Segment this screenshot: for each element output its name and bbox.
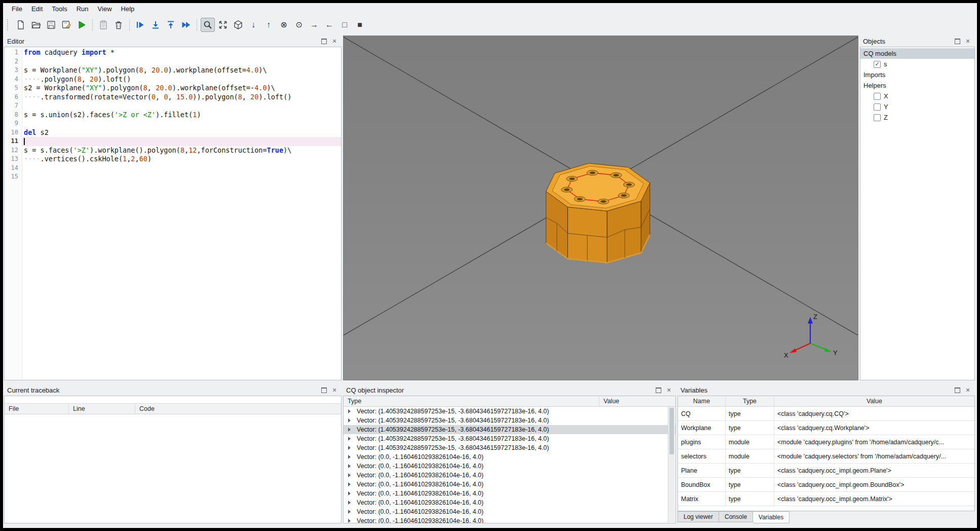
new-file-button[interactable] [14, 18, 28, 32]
expander-icon[interactable] [348, 455, 353, 459]
variable-row-cq[interactable]: CQtype<class 'cadquery.cq.CQ'> [678, 407, 974, 421]
tree-item-s[interactable]: ✓s [860, 59, 974, 69]
view-back-button[interactable]: ⊙ [292, 18, 306, 32]
inspector-row[interactable]: Vector: (1.4053924288597253e-15, -3.6804… [344, 443, 675, 452]
float-panel-icon[interactable] [953, 38, 961, 45]
variable-value: <class 'cadquery.occ_impl.geom.Matrix'> [774, 492, 974, 506]
expander-icon[interactable] [348, 510, 353, 514]
expander-icon[interactable] [348, 464, 353, 468]
save-as-button[interactable] [59, 18, 73, 32]
menu-edit[interactable]: Edit [27, 3, 47, 15]
scrollbar-thumb[interactable] [669, 408, 674, 454]
inspector-row[interactable]: Vector: (0.0, -1.1604610293826104e-16, 4… [344, 452, 675, 462]
view-front-button[interactable]: ⊗ [277, 18, 291, 32]
iso-view-button[interactable] [231, 18, 245, 32]
view-top-button[interactable]: ↑ [261, 18, 276, 32]
expander-icon[interactable] [348, 482, 353, 486]
float-panel-icon[interactable] [654, 386, 662, 394]
save-button[interactable] [44, 18, 58, 32]
expander-icon[interactable] [348, 501, 353, 505]
expander-icon[interactable] [348, 473, 353, 477]
expander-icon[interactable] [348, 428, 353, 432]
line-number: 7 [5, 101, 22, 111]
step-button[interactable] [133, 18, 147, 32]
close-panel-icon[interactable]: × [665, 386, 673, 394]
view-left-button[interactable]: ← [322, 18, 336, 32]
wireframe-button[interactable]: □ [337, 18, 352, 32]
fit-view-button[interactable] [216, 18, 230, 32]
inspector-row[interactable]: Vector: (1.4053924288597253e-15, -3.6804… [344, 434, 675, 443]
variable-name: CQ [678, 407, 726, 421]
tree-item-x[interactable]: X [860, 91, 974, 101]
menu-view[interactable]: View [93, 3, 117, 15]
float-panel-icon[interactable] [953, 386, 961, 394]
menu-file[interactable]: File [7, 3, 27, 15]
inspector-scrollbar[interactable] [668, 407, 675, 522]
zoom-toggle-button[interactable] [201, 18, 215, 32]
run-button[interactable] [74, 18, 89, 32]
variable-row-plugins[interactable]: pluginsmodule<module 'cadquery.plugins' … [678, 435, 974, 449]
menu-run[interactable]: Run [72, 3, 93, 15]
expander-icon[interactable] [348, 437, 353, 441]
code-editor[interactable]: 1from cadquery import *23s = Workplane("… [4, 47, 342, 380]
tab-variables[interactable]: Variables [753, 511, 789, 523]
expander-icon[interactable] [348, 491, 353, 495]
inspector-row[interactable]: Vector: (1.4053924288597253e-15, -3.6804… [344, 425, 675, 434]
inspector-row[interactable]: Vector: (1.4053924288597253e-15, -3.6804… [344, 416, 675, 425]
checkbox-s[interactable]: ✓ [874, 61, 881, 68]
tab-log-viewer[interactable]: Log viewer [677, 511, 719, 522]
variable-row-plane[interactable]: Planetype<class 'cadquery.occ_impl.geom.… [678, 464, 974, 478]
inspector-row[interactable]: Vector: (0.0, -1.1604610293826104e-16, 4… [344, 462, 675, 471]
close-panel-icon[interactable]: × [330, 38, 338, 45]
expander-icon[interactable] [348, 519, 353, 523]
menu-help[interactable]: Help [117, 3, 139, 15]
float-panel-icon[interactable] [320, 386, 328, 394]
inspector-row[interactable]: Vector: (0.0, -1.1604610293826104e-16, 4… [344, 489, 675, 498]
shaded-button[interactable]: ■ [353, 18, 367, 32]
step-return-button[interactable] [164, 18, 178, 32]
traceback-panel-title: Current traceback [7, 386, 59, 394]
tree-item-z[interactable]: Z [860, 112, 974, 123]
viewport-3d[interactable]: X Y Z [343, 36, 858, 380]
variable-row-boundbox[interactable]: BoundBoxtype<class 'cadquery.occ_impl.ge… [678, 478, 974, 492]
cad-model[interactable] [546, 163, 650, 263]
tab-console[interactable]: Console [719, 511, 753, 522]
tree-item-helpers[interactable]: Helpers [860, 80, 974, 91]
variable-row-selectors[interactable]: selectorsmodule<module 'cadquery.selecto… [678, 449, 974, 464]
delete-button[interactable] [111, 18, 126, 32]
inspector-row[interactable]: Vector: (1.4053924288597253e-15, -3.6804… [344, 407, 675, 416]
inspector-row[interactable]: Vector: (0.0, -1.1604610293826104e-16, 4… [344, 480, 675, 489]
variable-row-matrix[interactable]: Matrixtype<class 'cadquery.occ_impl.geom… [678, 492, 974, 506]
tree-item-y[interactable]: Y [860, 101, 974, 112]
continue-button[interactable] [179, 18, 193, 32]
variable-row-workplane[interactable]: Workplanetype<class 'cadquery.cq.Workpla… [678, 421, 974, 435]
line-number: 4 [5, 75, 22, 84]
tree-item-cq-models[interactable]: CQ models [860, 48, 974, 59]
inspector-row[interactable]: Vector: (0.0, -1.1604610293826104e-16, 4… [344, 516, 675, 523]
toolbar-drag-handle[interactable] [7, 19, 11, 30]
inspector-row-text: Vector: (0.0, -1.1604610293826104e-16, 4… [357, 517, 483, 523]
menu-tools[interactable]: Tools [47, 3, 71, 15]
close-panel-icon[interactable]: × [330, 386, 338, 394]
close-panel-icon[interactable]: × [964, 38, 972, 45]
float-panel-icon[interactable] [320, 38, 328, 45]
close-panel-icon[interactable]: × [964, 386, 972, 394]
view-right-button[interactable]: → [307, 18, 321, 32]
checkbox-x[interactable] [874, 93, 881, 100]
inspector-row[interactable]: Vector: (0.0, -1.1604610293826104e-16, 4… [344, 507, 675, 516]
expander-icon[interactable] [348, 409, 353, 413]
variable-type: module [726, 435, 774, 449]
step-into-button[interactable] [148, 18, 163, 32]
tree-item-imports[interactable]: Imports [860, 69, 974, 80]
tree-item-label: CQ models [863, 50, 896, 57]
checkbox-z[interactable] [874, 114, 881, 121]
checkbox-y[interactable] [874, 103, 881, 111]
open-file-button[interactable] [29, 18, 43, 32]
expander-icon[interactable] [348, 446, 353, 450]
inspector-row-text: Vector: (1.4053924288597253e-15, -3.6804… [357, 408, 549, 415]
debug-button[interactable] [96, 18, 110, 32]
expander-icon[interactable] [348, 418, 353, 422]
inspector-row[interactable]: Vector: (0.0, -1.1604610293826104e-16, 4… [344, 498, 675, 507]
inspector-row[interactable]: Vector: (0.0, -1.1604610293826104e-16, 4… [344, 471, 675, 480]
view-bottom-button[interactable]: ↓ [246, 18, 260, 32]
